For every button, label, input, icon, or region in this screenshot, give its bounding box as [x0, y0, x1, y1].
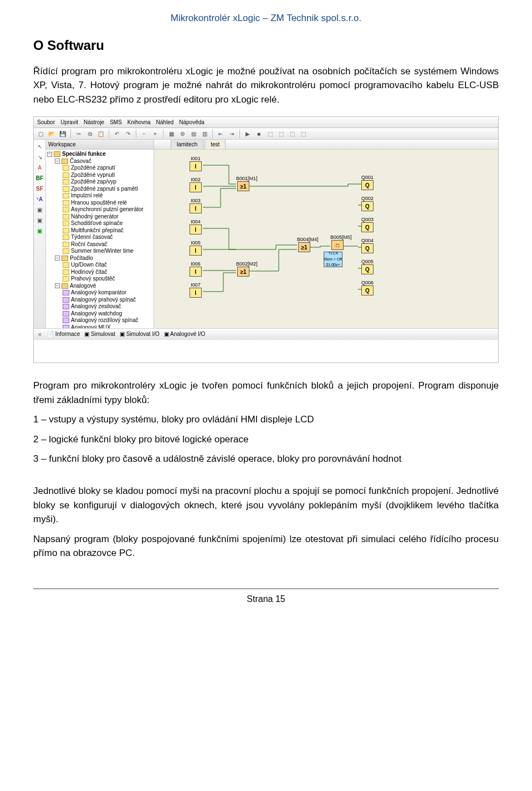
save-icon[interactable]: 💾 — [58, 129, 67, 138]
tree-group[interactable]: −Počítadlo — [47, 255, 152, 262]
bf-icon[interactable]: BF — [35, 173, 44, 182]
main-toolbar: ▢ 📂 💾 ✂ ⧉ 📋 ↶ ↷ − + ▦ ⚙ ▤ ▥ ⇤ ⇥ ▶ ■ ⬚ ⬚ … — [34, 128, 498, 140]
diagram-block[interactable]: I001I — [188, 156, 203, 171]
diagram-block[interactable]: Q004Q — [360, 238, 375, 253]
block2-icon[interactable]: ▣ — [35, 216, 44, 224]
diagram-block[interactable]: B004[M4]≥1 — [297, 237, 311, 252]
copy-icon[interactable]: ⧉ — [85, 129, 94, 138]
menu-item-sms[interactable]: SMS — [110, 118, 122, 126]
diagram-info-block[interactable]: TLC4 Rem = Off 01:00s+ — [324, 252, 338, 267]
diagram-block[interactable]: I004I — [188, 220, 203, 234]
tree-leaf[interactable]: Analogový MUX — [47, 324, 152, 329]
bottom-panel-blank — [34, 339, 498, 363]
bottom-tab-analog[interactable]: ▣ Analogové I/O — [164, 330, 206, 338]
block3-icon[interactable]: ▣ — [35, 226, 44, 235]
tool-icon[interactable]: ⚙ — [178, 129, 187, 138]
pointer-icon[interactable]: ↖ — [35, 142, 44, 151]
bottom-tab-simio[interactable]: ▣ Simulovat I/O — [120, 330, 160, 338]
diagram-block[interactable]: Q002Q — [360, 196, 375, 211]
tree-leaf[interactable]: Summer time/Winter time — [47, 248, 152, 255]
zoomin-icon[interactable]: + — [151, 129, 160, 138]
diagram-block[interactable]: I007I — [188, 283, 203, 298]
wire-icon[interactable]: ↘ — [35, 152, 44, 161]
menu-item-knihovna[interactable]: Knihovna — [127, 118, 151, 126]
align2-icon[interactable]: ⇥ — [227, 129, 236, 138]
diagram-canvas[interactable]: I001II002II003II004II005II006II007IQ001Q… — [154, 150, 498, 328]
bottom-tab-sim[interactable]: ▣ Simulovat — [84, 330, 115, 338]
page-footer: Strana 15 — [33, 588, 499, 606]
function-tree[interactable]: −Speciální funkce−ČasovačZpožděné zapnut… — [46, 150, 154, 328]
diagram-block[interactable]: B005[M5]□ — [330, 235, 345, 250]
tree-leaf[interactable]: Hranou spouštěné relé — [47, 200, 152, 207]
va-icon[interactable]: ᵛA — [35, 195, 44, 203]
diagram-block[interactable]: B001[M1]≥1 — [236, 176, 250, 191]
sf-icon[interactable]: SF — [35, 184, 44, 193]
tree-leaf[interactable]: Zpožděné zapnutí s pamětí — [47, 186, 152, 193]
page-number: Strana 15 — [247, 594, 285, 604]
sim2-icon[interactable]: ■ — [254, 129, 263, 138]
diagram-block[interactable]: I003I — [188, 198, 203, 213]
sim3-icon[interactable]: ⬚ — [265, 129, 274, 138]
redo-icon[interactable]: ↷ — [124, 129, 132, 138]
menu-item-upravit[interactable]: Upravit — [60, 118, 78, 126]
tree-leaf[interactable]: Analogový watchdog — [47, 310, 152, 318]
tree-leaf[interactable]: Hodinový čítač — [47, 269, 152, 276]
tree-leaf[interactable]: Up/Down čítač — [47, 262, 152, 269]
tree-leaf[interactable]: Náhodný generátor — [47, 213, 152, 221]
intro-paragraph-1: Řídící program pro mikrokontroléru xLogi… — [33, 64, 499, 107]
tree-leaf[interactable]: Schodišťové spínače — [47, 220, 152, 227]
tree-group[interactable]: −Časovač — [47, 158, 152, 165]
new-icon[interactable]: ▢ — [36, 129, 45, 138]
tree-leaf[interactable]: Analogový rozdílový spínač — [47, 317, 152, 324]
diagram-block[interactable]: Q001Q — [360, 175, 375, 190]
sim6-icon[interactable]: ⬚ — [299, 129, 308, 138]
para-blocks-intro: Program pro mikrokontroléry xLogic je tv… — [33, 379, 499, 407]
grid-icon[interactable]: ▦ — [167, 129, 176, 138]
sim-icon[interactable]: ▶ — [243, 129, 252, 138]
diagram-block[interactable]: I002I — [188, 177, 203, 192]
tool2-icon[interactable]: ▤ — [189, 129, 198, 138]
menu-item-soubor[interactable]: Soubor — [37, 118, 55, 126]
undo-icon[interactable]: ↶ — [112, 129, 121, 138]
workspace-title: Workspace — [46, 140, 154, 150]
tree-leaf[interactable]: Zpožděné zap/vyp — [47, 178, 152, 186]
diagram-block[interactable]: Q006Q — [360, 280, 375, 295]
tab-lamitech[interactable]: lamitech — [171, 140, 203, 149]
menu-item-náhled[interactable]: Náhled — [156, 118, 174, 126]
tree-root[interactable]: −Speciální funkce — [47, 151, 152, 158]
menu-item-nápověda[interactable]: Nápověda — [179, 118, 204, 126]
tree-leaf[interactable]: Roční časovač — [47, 241, 152, 248]
cut-icon[interactable]: ✂ — [74, 129, 83, 138]
tree-group[interactable]: −Analogové — [47, 283, 152, 290]
tree-leaf[interactable]: Analogový komparátor — [47, 289, 152, 297]
diagram-block[interactable]: Q005Q — [360, 259, 375, 274]
tab-test[interactable]: test — [204, 140, 226, 149]
sim5-icon[interactable]: ⬚ — [288, 129, 296, 138]
section-heading: O Softwaru — [33, 35, 499, 55]
sim4-icon[interactable]: ⬚ — [277, 129, 285, 138]
tree-leaf[interactable]: Prahový spouštěč — [47, 275, 152, 283]
tree-leaf[interactable]: Zpožděné vypnutí — [47, 172, 152, 179]
menu-item-nástroje[interactable]: Nástroje — [84, 118, 104, 126]
close-icon[interactable]: ✕ — [37, 331, 43, 337]
diagram-block[interactable]: Q003Q — [360, 217, 375, 232]
paste-icon[interactable]: 📋 — [96, 129, 105, 138]
diagram-block[interactable]: B002[M2]≥1 — [236, 262, 250, 277]
diagram-block[interactable]: I006I — [188, 262, 203, 277]
tree-leaf[interactable]: Analogový zesilovač — [47, 303, 152, 310]
tool3-icon[interactable]: ▥ — [200, 129, 209, 138]
diagram-block[interactable]: I005I — [188, 241, 203, 256]
tree-leaf[interactable]: Zpožděné zapnutí — [47, 165, 152, 172]
align-icon[interactable]: ⇤ — [216, 129, 225, 138]
tree-leaf[interactable]: Týdenní časovač — [47, 234, 152, 241]
text-icon[interactable]: A — [35, 163, 44, 172]
bottom-tab-info[interactable]: 📄 Informace — [47, 330, 80, 338]
tree-leaf[interactable]: Asynchronní pulzní generátor — [47, 206, 152, 213]
canvas-tabbar: lamitech test — [154, 140, 498, 150]
zoomout-icon[interactable]: − — [140, 129, 149, 138]
tree-leaf[interactable]: Multifunkční přepínač — [47, 227, 152, 234]
tree-leaf[interactable]: Impulzní relé — [47, 192, 152, 200]
block1-icon[interactable]: ▣ — [35, 205, 44, 214]
open-icon[interactable]: 📂 — [47, 129, 56, 138]
tree-leaf[interactable]: Analogový prahový spínač — [47, 297, 152, 304]
